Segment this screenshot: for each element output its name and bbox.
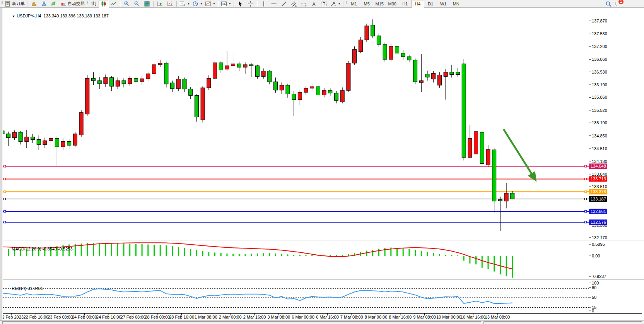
zoom-out-button[interactable] — [132, 0, 142, 8]
dropdown-arrow-icon: ▼ — [200, 2, 203, 5]
price-tick: 135.190 — [592, 120, 607, 125]
price-badge — [589, 209, 607, 214]
price-tick: 133.510 — [592, 184, 607, 189]
chart-canvas: 137.870137.530137.200136.860136.530136.1… — [0, 8, 644, 324]
market-watch-button[interactable] — [39, 0, 49, 8]
price-badge — [589, 196, 607, 202]
bar-chart-button[interactable] — [89, 0, 99, 8]
symbol-dropdown-icon[interactable]: ▼ — [12, 15, 15, 18]
toolbar: 新订单 自动交易 ▼ ▼ ▼ ▼ E — [0, 0, 644, 8]
new-order-button[interactable]: 新订单 — [3, 0, 26, 8]
hline-handle — [585, 211, 587, 213]
dropdown-arrow-icon: ▼ — [338, 2, 341, 5]
time-tick-label: 27 Feb 08:00 — [121, 315, 146, 319]
price-tick: 137.530 — [592, 31, 607, 36]
period-button[interactable]: ▼ — [191, 0, 204, 8]
new-chart-button[interactable]: ▼ — [178, 0, 191, 8]
hline-handle — [585, 198, 587, 200]
arrows-button[interactable]: ▼ — [329, 0, 342, 8]
trend-arrow-annotation[interactable] — [504, 129, 535, 180]
tile-windows-button[interactable] — [142, 0, 152, 8]
indicators-button[interactable]: ▼ — [220, 0, 232, 8]
vertical-line-button[interactable] — [259, 0, 269, 8]
toolbar-grip[interactable] — [87, 1, 88, 7]
chart-area[interactable]: 137.870137.530137.200136.860136.530136.1… — [0, 8, 644, 324]
auto-trading-button[interactable]: 自动交易 — [59, 0, 86, 8]
dropdown-arrow-icon: ▼ — [229, 2, 231, 5]
auto-scroll-button[interactable] — [155, 0, 165, 8]
timeframe-w1-button[interactable]: W1 — [437, 0, 450, 8]
toolbar-separator — [176, 1, 177, 7]
macd-signal-line — [2, 243, 512, 269]
macd-scale-tick: -0.9237 — [592, 274, 606, 279]
price-axis: 137.870137.530137.200136.860136.530136.1… — [589, 19, 608, 240]
text-label-button[interactable]: T — [319, 0, 329, 8]
charts-button[interactable] — [29, 0, 39, 8]
auto-scroll-icon — [157, 1, 163, 7]
timeframe-group: M1M5M15M30H1H4D1W1MN — [348, 0, 463, 8]
timeframe-m15-button[interactable]: M15 — [373, 0, 386, 8]
gold-chart-icon — [31, 1, 37, 7]
time-tick-label: 22 Feb 16:00 — [23, 315, 48, 319]
text-icon: A — [311, 1, 317, 7]
hline-handle — [585, 221, 587, 223]
rsi-scale-tick: 80 — [592, 285, 596, 290]
window-left-edge — [0, 8, 3, 324]
hline-handle — [4, 221, 6, 223]
toolbar-grip[interactable] — [346, 1, 347, 7]
notifications-button[interactable]: 1 — [615, 1, 621, 7]
rsi-name: RSI(14) — [12, 286, 26, 291]
crosshair-icon — [248, 1, 254, 7]
cursor-button[interactable] — [236, 0, 246, 8]
timeframe-m5-button[interactable]: M5 — [360, 0, 373, 8]
svg-text:T: T — [323, 2, 325, 6]
search-icon[interactable] — [605, 1, 612, 7]
toolbar-separator — [27, 1, 28, 7]
navigator-button[interactable] — [49, 0, 59, 8]
hline-handle — [4, 191, 6, 193]
template-icon — [205, 1, 211, 7]
price-tick: 134.180 — [592, 159, 607, 164]
timeframe-h1-button[interactable]: H1 — [399, 0, 412, 8]
time-tick-label: 6 Mar 16:00 — [316, 315, 339, 319]
svg-text:A: A — [312, 1, 315, 7]
timeframe-d1-button[interactable]: D1 — [424, 0, 437, 8]
timeframe-h4-button[interactable]: H4 — [412, 0, 424, 8]
channel-button[interactable]: E — [289, 0, 299, 8]
trendline-button[interactable] — [279, 0, 289, 8]
hline-handle — [4, 211, 6, 213]
rsi-layer: 1008050150 — [2, 281, 599, 313]
price-tick: 136.190 — [592, 82, 607, 87]
signal-icon — [51, 1, 57, 7]
new-order-icon — [5, 1, 11, 7]
crosshair-button[interactable] — [246, 0, 256, 8]
price-badge — [589, 219, 607, 225]
timeframe-m30-button[interactable]: M30 — [386, 0, 399, 8]
chart-shift-button[interactable] — [165, 0, 175, 8]
time-tick-label: 2 Mar 16:00 — [243, 315, 266, 319]
time-tick-label: 8 Mar 00:00 — [365, 315, 388, 319]
hline-handle — [4, 165, 6, 167]
dropdown-arrow-icon: ▼ — [213, 2, 215, 5]
symbol-ohlc-values: 133.340 133.396 133.183 133.187 — [44, 14, 109, 18]
template-button[interactable]: ▼ — [204, 0, 217, 8]
price-tick: 135.860 — [592, 95, 607, 99]
zoom-in-button[interactable] — [122, 0, 132, 8]
timeframe-m1-button[interactable]: M1 — [348, 0, 360, 8]
timeframe-mn-button[interactable]: MN — [450, 0, 463, 8]
time-axis: 22 Feb 202322 Feb 16:0023 Feb 08:0024 Fe… — [0, 314, 510, 319]
price-tick: 135.520 — [592, 108, 607, 113]
time-tick-label: 10 Mar 00:00 — [436, 315, 461, 319]
tile-windows-icon — [144, 1, 150, 7]
horizontal-line-button[interactable] — [269, 0, 279, 8]
candlestick-chart-button[interactable] — [99, 0, 109, 8]
line-chart-button[interactable] — [109, 0, 119, 8]
text-button[interactable]: A — [309, 0, 319, 8]
trendline-icon — [281, 1, 287, 7]
horizontal-lines-layer[interactable] — [3, 165, 589, 223]
toolbar-separator — [218, 1, 219, 7]
fibonacci-button[interactable]: F — [299, 0, 309, 8]
toolbar-grip[interactable] — [2, 1, 3, 7]
price-badge — [589, 189, 607, 194]
rsi-scale-tick: 50 — [592, 295, 596, 300]
